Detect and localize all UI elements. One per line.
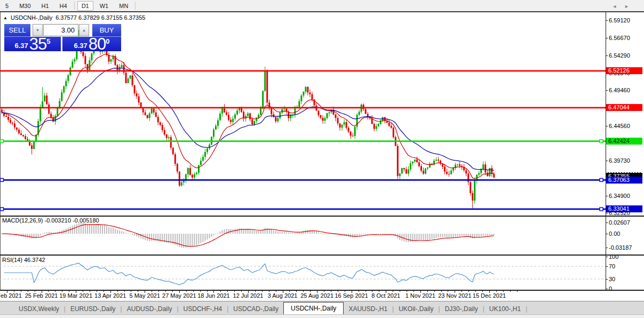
- candle-body: [59, 101, 60, 108]
- macd-histogram-bar: [438, 234, 439, 237]
- candle-body: [153, 108, 155, 112]
- macd-histogram-bar: [216, 234, 217, 234]
- timeframe-button-mn[interactable]: MN: [115, 1, 132, 11]
- rsi-indicator-area[interactable]: [0, 256, 606, 290]
- tab-ukoil-daily[interactable]: UKOil-,Daily: [394, 304, 438, 315]
- date-axis[interactable]: 3 Feb 202125 Feb 202119 Mar 202113 Apr 2…: [0, 291, 644, 301]
- macd-histogram-bar: [462, 234, 463, 236]
- macd-histogram-bar: [96, 224, 97, 234]
- chart-title-bar: ▲ USDCNH-,Daily 6.37577 6.37829 6.37155 …: [3, 14, 145, 21]
- line-handle[interactable]: [1, 140, 4, 143]
- line-handle[interactable]: [1, 178, 4, 181]
- macd-histogram-bar: [483, 234, 484, 236]
- sell-button[interactable]: SELL: [4, 24, 30, 37]
- panel-separator[interactable]: [0, 255, 644, 256]
- tab-dj30-daily[interactable]: DJ30-,Daily: [440, 304, 483, 315]
- chart-ohlc-values: 6.37577 6.37829 6.37155 6.37355: [55, 14, 145, 21]
- line-handle[interactable]: [600, 140, 603, 143]
- macd-histogram-bar: [314, 230, 315, 234]
- candle-body: [74, 59, 75, 61]
- buy-button[interactable]: BUY: [92, 24, 121, 37]
- rsi-tick-label: 70: [609, 263, 643, 269]
- candle-body: [194, 174, 195, 177]
- tab-usdcnh-daily-active[interactable]: USDCNH-,Daily: [283, 302, 344, 315]
- candle-body: [110, 59, 112, 61]
- scroll-left-icon[interactable]: ◄: [612, 4, 624, 9]
- date-tick-label: 16 Sep 2021: [335, 292, 368, 299]
- tab-eurusd-daily[interactable]: EURUSD-,Daily: [66, 304, 121, 315]
- line-handle[interactable]: [1, 208, 4, 211]
- timeframe-button-h1[interactable]: H1: [37, 1, 53, 11]
- macd-histogram-bar: [27, 234, 28, 238]
- candle-body: [311, 94, 313, 100]
- sell-price-tile[interactable]: 6.37 35 5: [4, 37, 61, 51]
- macd-histogram-bar: [284, 232, 285, 234]
- date-minor-tick: [303, 291, 304, 292]
- candle-body: [356, 115, 358, 126]
- level-price-badge: 6.47044: [606, 104, 642, 111]
- tab-uk100-h1[interactable]: UK100-,H1: [484, 304, 526, 315]
- candle-body: [403, 168, 405, 169]
- volume-decrease-button[interactable]: ▼: [33, 24, 43, 36]
- date-tick-label: 5 May 2021: [130, 292, 160, 299]
- collapse-chart-icon[interactable]: ▲: [3, 15, 7, 20]
- macd-histogram-bar: [472, 234, 473, 238]
- candle-body: [300, 96, 302, 101]
- candle-body: [363, 105, 364, 109]
- macd-histogram-bar: [468, 234, 469, 236]
- macd-histogram-bar: [414, 234, 415, 241]
- timeframe-button-d1[interactable]: D1: [77, 1, 93, 11]
- candle-body: [320, 115, 321, 118]
- macd-histogram-bar: [248, 229, 249, 234]
- date-minor-tick: [152, 291, 152, 292]
- candle-body: [84, 56, 86, 64]
- candle-body: [435, 160, 437, 161]
- timeframe-button-m5[interactable]: 5: [1, 1, 13, 11]
- macd-histogram-bar: [189, 234, 190, 247]
- toolbar-separator: [74, 2, 75, 10]
- candle-body: [170, 137, 172, 148]
- tab-audusd-daily[interactable]: AUDUSD-,Daily: [122, 304, 177, 315]
- macd-histogram-bar: [125, 233, 126, 234]
- macd-tick-label: 0.02607: [609, 219, 643, 226]
- candle-body: [359, 112, 360, 115]
- candle-body: [258, 115, 259, 117]
- candle-body: [401, 168, 403, 173]
- candle-body: [478, 173, 480, 174]
- timeframe-button-h4[interactable]: H4: [55, 1, 71, 11]
- tab-xauusd-h1[interactable]: XAUUSD-,H1: [344, 304, 392, 315]
- macd-histogram-bar: [354, 234, 355, 237]
- chart-tab-bar: USDX,Weekly | EURUSD-,Daily | AUDUSD-,Da…: [0, 301, 644, 315]
- tab-usdchf-h4[interactable]: USDCHF-,H4: [179, 304, 227, 315]
- date-minor-tick: [296, 291, 297, 292]
- tab-usdx-weekly[interactable]: USDX,Weekly: [14, 304, 64, 315]
- date-minor-tick: [503, 291, 504, 292]
- macd-histogram-bar: [179, 234, 180, 247]
- macd-histogram-bar: [406, 234, 407, 242]
- macd-histogram-bar: [489, 234, 490, 235]
- tab-usdcad-daily[interactable]: USDCAD-,Daily: [228, 304, 283, 315]
- candle-body: [18, 130, 20, 133]
- macd-histogram-bar: [309, 230, 311, 234]
- candle-body: [450, 171, 452, 174]
- macd-histogram-bar: [81, 222, 82, 234]
- candle-body: [1, 110, 3, 113]
- date-minor-tick: [310, 291, 311, 292]
- volume-input[interactable]: 3.00: [43, 24, 78, 36]
- candle-body: [164, 130, 165, 134]
- candle-body: [12, 123, 13, 123]
- date-minor-tick: [97, 291, 97, 292]
- tab-scroll-arrows[interactable]: ◄►: [612, 4, 637, 9]
- macd-histogram-bar: [38, 234, 39, 237]
- volume-increase-button[interactable]: ▲: [79, 24, 89, 36]
- timeframe-button-m30[interactable]: M30: [15, 1, 35, 11]
- line-handle[interactable]: [600, 208, 603, 211]
- buy-price-tile[interactable]: 6.37 80 0: [62, 37, 121, 51]
- macd-histogram-bar: [204, 234, 205, 241]
- panel-separator[interactable]: [0, 216, 644, 217]
- timeframe-button-w1[interactable]: W1: [96, 1, 113, 11]
- line-handle[interactable]: [600, 178, 603, 181]
- candle-body: [350, 132, 352, 136]
- scroll-right-icon[interactable]: ►: [624, 4, 637, 9]
- price-tick-label: 6.49460: [609, 87, 643, 93]
